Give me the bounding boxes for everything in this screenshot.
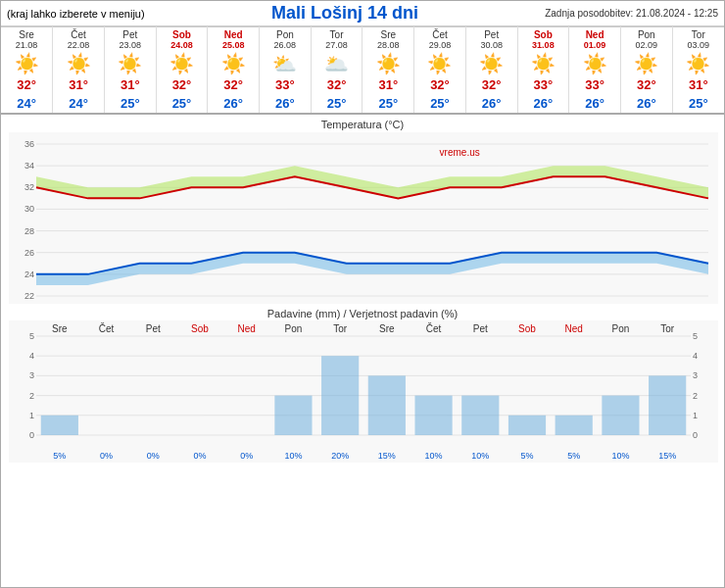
temp-high: 33° bbox=[260, 75, 312, 94]
day-name: Sob31.08 bbox=[517, 27, 569, 53]
temp-low: 24° bbox=[53, 94, 105, 114]
temp-low: 25° bbox=[672, 94, 724, 114]
day-name: Sre28.08 bbox=[362, 27, 414, 53]
menu-link[interactable]: (kraj lahko izberete v meniju) bbox=[7, 8, 145, 20]
precip-section: Padavine (mm) / Verjetnost padavin (%) bbox=[1, 306, 724, 465]
temp-chart-title: Temperatura (°C) bbox=[9, 119, 716, 130]
precipitation-chart bbox=[9, 320, 718, 463]
weather-icon: ☀️ bbox=[156, 52, 208, 75]
temp-low: 26° bbox=[569, 94, 621, 114]
weather-icon: ☀️ bbox=[672, 52, 724, 75]
temp-low: 26° bbox=[208, 94, 260, 114]
temp-high: 31° bbox=[362, 75, 414, 94]
weather-icon: ⛅ bbox=[260, 52, 312, 75]
last-update: Zadnja posodobitev: 21.08.2024 - 12:25 bbox=[545, 8, 718, 19]
day-name: Čet29.08 bbox=[414, 27, 466, 53]
temp-low: 26° bbox=[517, 94, 569, 114]
weather-icon: ☀️ bbox=[53, 52, 105, 75]
weather-icon: ☀️ bbox=[517, 52, 569, 75]
temp-high: 32° bbox=[208, 75, 260, 94]
temp-low: 25° bbox=[104, 94, 156, 114]
weather-icon: ☀️ bbox=[362, 52, 414, 75]
day-name: Ned25.08 bbox=[208, 27, 260, 53]
day-name: Pon02.09 bbox=[620, 27, 672, 53]
temp-high: 32° bbox=[156, 75, 208, 94]
day-name: Pet30.08 bbox=[465, 27, 517, 53]
temp-high: 31° bbox=[53, 75, 105, 94]
day-name: Tor27.08 bbox=[311, 27, 362, 53]
weather-icon: ☀️ bbox=[620, 52, 672, 75]
page-title: Mali Lošinj 14 dni bbox=[271, 3, 418, 24]
day-name: Sre21.08 bbox=[1, 27, 53, 53]
temp-high: 33° bbox=[517, 75, 569, 94]
top-bar: (kraj lahko izberete v meniju) Mali Loši… bbox=[1, 1, 724, 26]
temp-low: 25° bbox=[414, 94, 466, 114]
weather-icon: ☀️ bbox=[465, 52, 517, 75]
temp-low: 24° bbox=[1, 94, 53, 114]
temperature-chart bbox=[9, 132, 718, 304]
day-name: Sob24.08 bbox=[156, 27, 208, 53]
day-name: Tor03.09 bbox=[672, 27, 724, 53]
temp-high: 33° bbox=[569, 75, 621, 94]
weather-icon: ☀️ bbox=[104, 52, 156, 75]
temp-high: 32° bbox=[465, 75, 517, 94]
precip-title: Padavine (mm) / Verjetnost padavin (%) bbox=[9, 308, 716, 319]
day-name: Ned01.09 bbox=[569, 27, 621, 53]
weather-icon: ☀️ bbox=[414, 52, 466, 75]
temp-chart-section: Temperatura (°C) bbox=[1, 115, 724, 306]
weather-icon: ☀️ bbox=[1, 52, 53, 75]
temp-high: 32° bbox=[1, 75, 53, 94]
day-name: Čet22.08 bbox=[53, 27, 105, 53]
weather-table: Sre21.08Čet22.08Pet23.08Sob24.08Ned25.08… bbox=[1, 26, 724, 115]
temp-low: 26° bbox=[260, 94, 312, 114]
temp-high: 31° bbox=[672, 75, 724, 94]
temp-low: 25° bbox=[362, 94, 414, 114]
temp-low: 26° bbox=[465, 94, 517, 114]
temp-high: 32° bbox=[311, 75, 362, 94]
weather-icon: ☀️ bbox=[208, 52, 260, 75]
temp-high: 32° bbox=[414, 75, 466, 94]
temp-high: 32° bbox=[620, 75, 672, 94]
weather-icon: ☀️ bbox=[569, 52, 621, 75]
day-name: Pet23.08 bbox=[104, 27, 156, 53]
weather-icon: 🌥️ bbox=[311, 52, 362, 75]
temp-low: 25° bbox=[311, 94, 362, 114]
temp-low: 26° bbox=[620, 94, 672, 114]
temp-low: 25° bbox=[156, 94, 208, 114]
temp-high: 31° bbox=[104, 75, 156, 94]
day-name: Pon26.08 bbox=[260, 27, 312, 53]
